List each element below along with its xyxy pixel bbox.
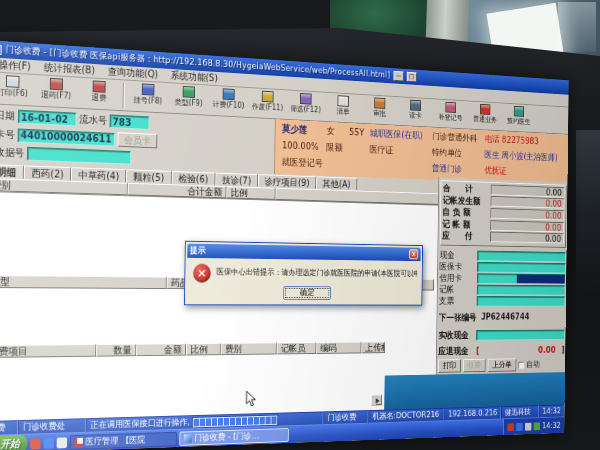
toolbar-type-f9[interactable]: 类型(F9) (168, 85, 209, 108)
menu-system[interactable]: 系统功能(S) (165, 70, 223, 85)
account-input[interactable] (477, 284, 566, 295)
menu-query[interactable]: 查询功能(Q) (102, 66, 163, 81)
toolbar-filter-f12[interactable]: 筛选(F12) (287, 92, 325, 115)
normal-business-icon (480, 104, 491, 115)
patient-age: 55Y (349, 127, 364, 138)
taskbar-window-hospital-mgmt[interactable]: 医疗管理 【医院 (70, 431, 177, 449)
col-bookkeeper[interactable]: 记帐员 (277, 342, 317, 354)
col-amount[interactable]: 金额 (136, 343, 186, 356)
col-fee-type2[interactable]: 费别 (221, 342, 277, 355)
toolbar-appoint-doctor[interactable]: 预约医生 (502, 105, 536, 126)
minimize-button[interactable]: — (393, 71, 403, 82)
approve-icon (374, 97, 385, 108)
refund-fee-icon (93, 80, 106, 92)
charge-icon (223, 88, 235, 100)
tray-icon-red[interactable] (507, 423, 514, 431)
change-row: 应退现金 [ 0.00 ] (438, 344, 564, 357)
panel-button-row: 打印 收费 上分单 自动 (438, 358, 564, 373)
toolbar-register-f8[interactable]: 挂号(F8) (127, 83, 168, 107)
pay-cheque-row: 支票 (439, 295, 565, 307)
toolbar-refund-drug-f7[interactable]: 退药(F7) (34, 77, 78, 101)
hospital-app-icon (74, 437, 82, 446)
serial-input[interactable] (110, 114, 150, 129)
receipt-input[interactable] (27, 147, 131, 165)
quicklaunch-icon-2[interactable] (43, 437, 54, 448)
toolbar-approve[interactable]: 审批 (361, 97, 397, 119)
restore-button[interactable]: □ (406, 72, 416, 82)
toolbar-supplement-mark[interactable]: 补登记号 (433, 101, 468, 123)
error-dialog: 提示 × × 医保中心出错提示：请办理选定门诊就医医院的申请(本医院可以申请)！… (184, 241, 423, 306)
date-input[interactable] (18, 110, 77, 127)
payable-value: 0.00 (490, 232, 564, 244)
patient-ratio: 100.00% (282, 140, 319, 152)
auto-checkbox[interactable] (518, 361, 524, 368)
card-input[interactable] (18, 128, 115, 146)
credit-card-selection (517, 274, 565, 283)
cash-input[interactable] (477, 250, 566, 262)
tray-icon-gray[interactable] (525, 422, 532, 430)
dialog-message: 医保中心出错提示：请办理选定门诊就医医院的申请(本医院可以申请)！ (217, 264, 418, 279)
dialog-body: × 医保中心出错提示：请办理选定门诊就医医院的申请(本医院可以申请)！ (185, 258, 422, 284)
toolbar-print-f6[interactable]: 打印(F6) (0, 74, 35, 99)
register-icon (142, 83, 155, 95)
taskbar-window-outpatient-fee[interactable]: 门诊收费 - [门诊… (179, 428, 289, 446)
serial-label: 流水号 (79, 114, 107, 127)
toolbar-normal-business[interactable]: 普通业务 (468, 103, 502, 124)
ok-button[interactable]: 确定 (283, 286, 331, 300)
col-quantity[interactable]: 数量 (96, 344, 136, 357)
amount-summary-box: 合 计0.00 记帐发生额0.00 自 负 额0.00 记 帐 额0.00 应 … (440, 180, 567, 248)
toolbar-separator (123, 83, 125, 108)
patient-insurance-type: 城职医保(在职) (370, 128, 423, 141)
toolbar-read-card[interactable]: 读卡 (398, 99, 434, 121)
col-type[interactable]: 类型 (0, 275, 167, 289)
card-label: 卡号 (0, 128, 15, 140)
appoint-doctor-icon (514, 106, 524, 117)
credit-card-input[interactable] (477, 273, 566, 284)
split-slip-button[interactable]: 上分单 (488, 358, 517, 371)
insurance-card-input[interactable] (477, 261, 566, 272)
mouse-cursor (246, 390, 256, 407)
tab-detail[interactable]: 明细 (0, 164, 24, 179)
col-code[interactable]: 编码 (316, 342, 361, 354)
menu-operation[interactable]: 操作(F) (0, 59, 37, 73)
self-pay-value: 0.00 (490, 208, 564, 220)
system-tray: 14:32 (503, 417, 564, 435)
menu-report[interactable]: 统计报表(B) (38, 62, 100, 77)
date-label: 日期 (0, 110, 15, 122)
next-receipt-row: 下一张编号 JP62446744 (439, 312, 565, 323)
account-occurred-value: 0.00 (491, 196, 565, 209)
filter-icon (300, 93, 312, 105)
toolbar-refund-fee[interactable]: 退费 (78, 80, 121, 104)
charge-button-disabled: 收费 (463, 359, 486, 372)
dialog-close-icon[interactable]: × (409, 249, 418, 259)
col-charge-item[interactable]: 收费项目 (0, 344, 96, 358)
toolbar-void-f11[interactable]: 作废(F11) (248, 90, 287, 113)
summary-payable-row: 应 付0.00 (442, 230, 564, 244)
patient-cert-label: 医疗证 (370, 144, 394, 155)
quicklaunch-icon-1[interactable] (30, 438, 41, 449)
fee-app-icon (184, 434, 192, 443)
quicklaunch-icon-3[interactable] (57, 437, 67, 448)
col-upload-flag[interactable]: 上传标志 (361, 341, 385, 353)
print-button[interactable]: 打印 (438, 359, 461, 373)
received-cash-input[interactable] (476, 329, 565, 340)
next-receipt-number: JP62446744 (481, 312, 530, 323)
blue-info-panel (384, 372, 565, 410)
col-ratio2[interactable]: 比例 (186, 343, 221, 356)
cheque-input[interactable] (477, 296, 566, 307)
tray-icon-blue[interactable] (516, 423, 523, 431)
dialog-title: 提示 (190, 246, 206, 256)
account-value: 0.00 (490, 220, 564, 232)
toolbar-charge-f10[interactable]: 计费(F10) (209, 87, 249, 110)
status-clock: 14:32 (539, 405, 565, 419)
patient-doctor: 医生 周小波(主治医师) (485, 150, 558, 163)
start-button[interactable]: 开始 (0, 435, 27, 450)
refund-drug-icon (50, 78, 63, 91)
member-card-button[interactable]: 会员卡 (117, 132, 157, 148)
error-icon: × (193, 264, 211, 283)
patient-sex: 女 (327, 126, 335, 137)
toolbar-list[interactable]: 清单 (324, 94, 361, 116)
tray-icon-green[interactable] (534, 422, 541, 430)
change-value: 0.00 (479, 345, 561, 356)
horizontal-scrollbar-button[interactable] (371, 394, 382, 405)
